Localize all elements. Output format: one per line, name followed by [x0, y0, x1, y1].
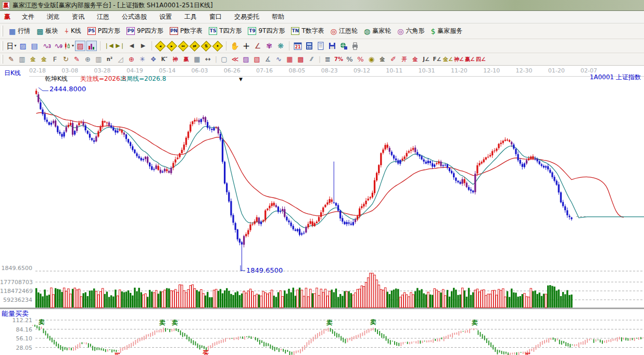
gold-angle-icon[interactable]: 金∠ — [443, 55, 453, 64]
t9-square-button[interactable]: T99T四方形 — [245, 26, 288, 36]
pattern-tool-icon[interactable]: ▨ — [18, 41, 28, 51]
wave3-icon[interactable]: ∿3 — [41, 41, 51, 51]
menu-item-5[interactable]: 公式选股 — [116, 11, 153, 23]
red-pen-icon[interactable]: ✎ — [72, 55, 82, 64]
qiankun-toggle-icon[interactable]: ▨ — [75, 41, 85, 51]
neural-tool-icon[interactable]: ❋ — [275, 41, 286, 51]
calculator-icon[interactable] — [304, 41, 314, 51]
red-grid2-icon[interactable]: ▩ — [296, 55, 306, 64]
h-expand-icon[interactable]: ↔ — [178, 41, 188, 51]
chart-canvas[interactable]: 卖卖卖卖卖卖买买买买 — [0, 77, 644, 355]
percent-line-icon[interactable]: % — [356, 55, 365, 64]
info-panel-icon[interactable]: ▤ — [29, 41, 40, 51]
sector-blocks-button[interactable]: ▩板块 — [33, 26, 61, 36]
volume-ladder-icon[interactable]: ≣ — [323, 55, 333, 64]
compass-circle-icon[interactable]: ⊕ — [83, 55, 93, 64]
next-bar-icon[interactable]: ▶ — [138, 41, 148, 51]
export-icon[interactable] — [338, 41, 349, 51]
width-measure-icon[interactable]: ↔ — [203, 55, 213, 64]
parallel-lines-icon[interactable]: ⁄⁄ — [307, 55, 317, 64]
n-square-icon[interactable]: n² — [105, 55, 115, 64]
p-square-button[interactable]: PSP四方形 — [84, 26, 123, 36]
menu-item-4[interactable]: 江恩 — [91, 11, 116, 23]
red-grid-icon[interactable]: ▦ — [285, 55, 295, 64]
print-icon[interactable] — [350, 41, 360, 51]
hatch-lines-icon[interactable]: ▥ — [17, 55, 27, 64]
winner-service-button[interactable]: $赢家服务 — [427, 26, 465, 36]
first-page-icon[interactable]: ❘◀ — [104, 41, 114, 51]
crosshair-tool-icon[interactable]: + — [241, 41, 251, 51]
fan-lines-icon[interactable]: ≪ — [230, 55, 240, 64]
spiral-tool-icon[interactable]: ↻ — [61, 55, 71, 64]
web-box-icon[interactable]: ❖ — [148, 55, 158, 64]
k-quote-icon[interactable]: K″ — [159, 55, 169, 64]
angle-set-icon[interactable]: ∡ — [263, 55, 273, 64]
save-icon[interactable] — [327, 41, 337, 51]
menu-item-1[interactable]: 文件 — [16, 11, 41, 23]
pen-tool-icon[interactable]: ✎ — [6, 55, 16, 64]
menu-item-3[interactable]: 资讯 — [66, 11, 91, 23]
p-number-button[interactable]: PNP数字表 — [167, 26, 206, 36]
kai-tool-icon[interactable]: 开 — [399, 55, 409, 64]
ying-angle-icon[interactable]: 赢∠ — [465, 55, 475, 64]
percent7-icon[interactable]: 7% — [334, 55, 344, 64]
prev-bar-icon[interactable]: ◀ — [127, 41, 137, 51]
quote-grid-icon: ▦ — [9, 27, 16, 35]
t-square-button[interactable]: TST四方形 — [206, 26, 245, 36]
last-page-icon[interactable]: ▶❘ — [115, 41, 125, 51]
t-number-button[interactable]: TNT数字表 — [288, 26, 327, 36]
report-icon[interactable] — [315, 41, 326, 51]
period-day-selector[interactable]: 日▾ — [6, 41, 17, 51]
gold-division2-icon[interactable]: 金 — [39, 55, 49, 64]
gold-underline-icon[interactable]: 金 — [377, 55, 387, 64]
menu-item-8[interactable]: 窗口 — [203, 11, 228, 23]
ruler-triangle-icon[interactable]: ◿ — [116, 55, 125, 64]
f-angle-icon[interactable]: F∠ — [432, 55, 442, 64]
menu-item-2[interactable]: 浏览 — [41, 11, 66, 23]
menu-item-9[interactable]: 交易委托 — [228, 11, 266, 23]
wave-line-icon[interactable]: ∿ — [274, 55, 284, 64]
kline-chart-svg[interactable]: 卖卖卖卖卖卖买买买买 — [0, 77, 644, 355]
pan-right-icon[interactable]: ▸ — [167, 41, 177, 51]
grid-division-icon[interactable]: ▥ — [94, 55, 104, 64]
menu-item-7[interactable]: 工具 — [178, 11, 203, 23]
box-select-icon[interactable]: ▢ — [219, 55, 229, 64]
wave9-icon[interactable]: ∿9 — [52, 41, 62, 51]
hexagon-button[interactable]: ◎六角形 — [394, 26, 427, 36]
winner-wheel-button[interactable]: ◍赢家轮 — [361, 26, 394, 36]
pan-left-icon[interactable]: ◂ — [155, 41, 166, 51]
kline-button[interactable]: ⍭K线 — [61, 26, 84, 36]
measure-tool-icon[interactable]: ∠ — [252, 41, 263, 51]
red-gold-icon[interactable]: 金 — [410, 55, 420, 64]
j-angle-icon[interactable]: J∠ — [421, 55, 431, 64]
h-compress-icon[interactable]: ⇄ — [190, 41, 200, 51]
calendar-icon[interactable]: 21 — [293, 41, 303, 51]
menu-item-6[interactable]: 设置 — [153, 11, 178, 23]
red-crosshair-icon[interactable]: ⊕ — [127, 55, 136, 64]
v-compress-icon[interactable]: ⇅ — [201, 41, 211, 51]
date-tick-label: 06-26 — [224, 67, 241, 74]
f-division-icon[interactable]: F — [50, 55, 60, 64]
ying-tool-icon[interactable]: 赢 — [181, 55, 191, 64]
shen-tool-icon[interactable]: 神 — [170, 55, 180, 64]
si-angle-icon[interactable]: 四∠ — [476, 55, 486, 64]
dropdown-caret-icon: ▾ — [72, 41, 74, 51]
brush-icon[interactable]: ✐ — [388, 55, 398, 64]
gann-box-icon[interactable]: ▨ — [241, 55, 251, 64]
shen-angle-icon[interactable]: 神∠ — [454, 55, 464, 64]
hand-tool-icon[interactable]: ✋ — [230, 41, 240, 51]
gann-flower-icon[interactable]: ✾ — [264, 41, 274, 51]
gold-division-icon[interactable]: 金 — [28, 55, 38, 64]
volume-profile-toggle-icon[interactable] — [86, 41, 97, 51]
percent-icon[interactable]: % — [345, 55, 355, 64]
ruler-123-icon[interactable]: ▦ — [192, 55, 202, 64]
v-expand-icon[interactable]: ✦ — [212, 41, 223, 51]
p9-square-button[interactable]: P99P四方形 — [123, 26, 167, 36]
gold-circle-icon[interactable]: ◉ — [367, 55, 376, 64]
gann-wheel-button[interactable]: ◎江恩轮 — [327, 26, 361, 36]
menu-item-10[interactable]: 帮助 — [266, 11, 291, 23]
web-grid-icon[interactable]: ✳ — [137, 55, 147, 64]
quote-grid-button[interactable]: ▦行情 — [6, 26, 33, 36]
gann-grid-icon[interactable]: ▧ — [252, 55, 262, 64]
candle-style-selector[interactable]: ▾ — [64, 41, 74, 51]
